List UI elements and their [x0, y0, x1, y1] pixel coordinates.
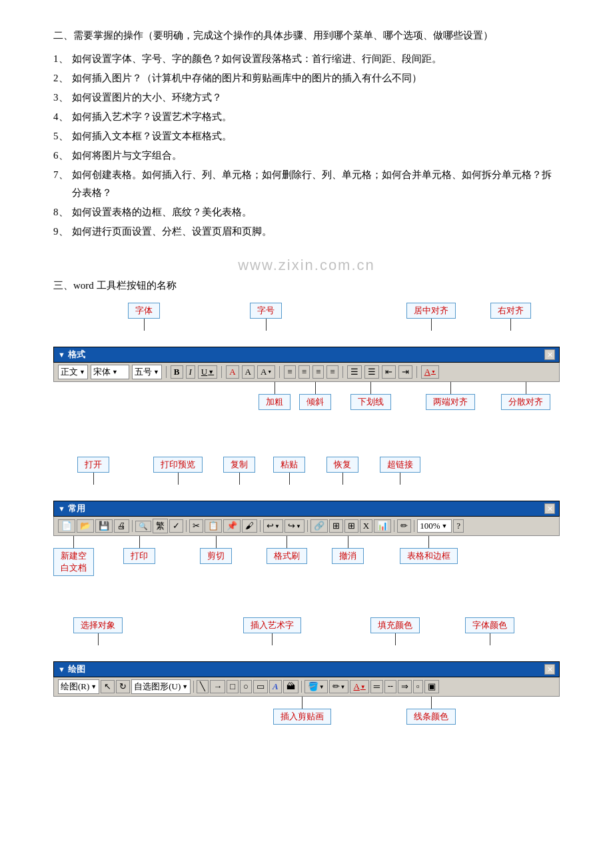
draw-toolbar-diagram: 选择对象 插入艺术字 填充颜色 字体颜色 ▼ 绘图 ✕ 绘图(R) ▼ [53, 617, 560, 747]
close-draw-toolbar[interactable]: ✕ [544, 664, 555, 675]
style-dropdown[interactable]: 正文 ▼ [58, 365, 88, 379]
select-object-button[interactable]: ↖ [101, 680, 115, 693]
linewidth-button[interactable]: ═ [370, 680, 383, 693]
clipart-button[interactable]: 🏔 [283, 680, 299, 693]
table-button[interactable]: ⊞ [329, 519, 343, 533]
draw-toolbar-row: 绘图(R) ▼ ↖ ↻ 自选图形(U) ▼ ╲ → □ ○ ▭ A 🏔 🪣▼ ✏… [53, 677, 560, 697]
spellcheck-button[interactable]: ✓ [169, 519, 183, 533]
rect-button[interactable]: □ [227, 680, 239, 693]
table2-button[interactable]: ⊞ [344, 519, 358, 533]
close-format-toolbar[interactable]: ✕ [544, 349, 555, 360]
ann-biaogekuang: 表格和边框 [400, 548, 458, 564]
ann-chexiao: 撤消 [332, 548, 364, 564]
ann-xinjiankong: 新建空白文档 [53, 548, 94, 576]
draw-toolbar-title-bar: ▼ 绘图 ✕ [53, 661, 560, 677]
format-toolbar-row: 正文 ▼ 宋体 ▼ 五号 ▼ B I U▼ A A A▼ ≡ ≡ ≡ ≡ [53, 363, 560, 382]
font-color-A-button[interactable]: A [226, 365, 239, 379]
textbox-button[interactable]: ▭ [253, 680, 268, 693]
autoshape-dropdown[interactable]: 自选图形(U) ▼ [131, 679, 191, 694]
arrow-button[interactable]: → [210, 680, 225, 693]
line-button[interactable]: ╲ [197, 680, 209, 693]
excel-button[interactable]: X [360, 519, 372, 533]
help-button[interactable]: ? [453, 519, 464, 533]
list-item: 9、 如何进行页面设置、分栏、设置页眉和页脚。 [53, 223, 560, 241]
ann-ziti-color: 字体颜色 [465, 617, 514, 633]
open-button[interactable]: 📂 [77, 519, 94, 533]
section2-title: 二、需要掌握的操作（要明确，完成这个操作的具体步骤、用到哪个菜单、哪个选项、做哪… [53, 27, 560, 45]
hyperlink-button[interactable]: 🔗 [310, 519, 328, 533]
paste-button[interactable]: 📌 [223, 519, 241, 533]
numbering-button[interactable]: ☰ [364, 365, 379, 379]
ann-xiahuaxian: 下划线 [350, 394, 391, 410]
traditional-button[interactable]: 繁 [153, 519, 168, 533]
indent-increase-button[interactable]: ⇥ [398, 365, 412, 379]
fontsize-dropdown[interactable]: 五号 ▼ [132, 365, 162, 379]
font-dropdown[interactable]: 宋体 ▼ [91, 365, 129, 379]
bold-button[interactable]: B [171, 365, 183, 379]
ann-jiapao: 加粗 [259, 394, 291, 410]
italic-button[interactable]: I [186, 365, 195, 379]
ann-qingxie: 倾斜 [299, 394, 331, 410]
wordart-button[interactable]: A [269, 680, 282, 693]
std-toolbar-title-bar: ▼ 常用 ✕ [53, 501, 560, 517]
font-color-A2-button[interactable]: A [242, 365, 255, 379]
format-toolbar-diagram: 字体 字号 居中对齐 右对齐 ▼ 格式 ✕ 正文 ▼ [53, 303, 560, 433]
ann-charu-jiantieh: 插入剪贴画 [273, 709, 331, 725]
print-button2[interactable]: 🖨 [114, 519, 129, 533]
undo-button[interactable]: ↩▼ [263, 519, 283, 533]
section3-title: 三、word 工具栏按钮的名称 [53, 279, 560, 292]
arrowstyle-button[interactable]: ⇒ [398, 680, 412, 693]
formatpainter-button[interactable]: 🖌 [242, 519, 257, 533]
std-toolbar-row: 📄 📂 💾 🖨 🔍 繁 ✓ ✂ 📋 📌 🖌 ↩▼ ↪▼ 🔗 ⊞ ⊞ X 📊 ✏ [53, 517, 560, 536]
new-button[interactable]: 📄 [58, 519, 75, 533]
ann-jianqie: 剪切 [200, 548, 232, 564]
item-list: 1、 如何设置字体、字号、字的颜色？如何设置段落格式：首行缩进、行间距、段间距。… [53, 50, 560, 241]
shadow-button[interactable]: ▫ [413, 680, 423, 693]
indent-decrease-button[interactable]: ⇤ [382, 365, 396, 379]
copy-button[interactable]: 📋 [205, 519, 222, 533]
chart-button[interactable]: 📊 [374, 519, 391, 533]
drawing-button[interactable]: ✏ [397, 519, 411, 533]
3d-button[interactable]: ▣ [424, 680, 439, 693]
std-toolbar-container: ▼ 常用 ✕ 📄 📂 💾 🖨 🔍 繁 ✓ ✂ 📋 📌 🖌 ↩▼ ↪▼ 🔗 ⊞ ⊞ [53, 501, 560, 536]
format-toolbar-title-bar: ▼ 格式 ✕ [53, 347, 560, 363]
list-button[interactable]: ☰ [347, 365, 362, 379]
list-item: 3、 如何设置图片的大小、环绕方式？ [53, 89, 560, 107]
printpreview-button[interactable]: 🔍 [135, 521, 151, 532]
zoom-dropdown[interactable]: 100% ▼ [417, 519, 452, 533]
std-toolbar-diagram: 打开 打印预览 复制 粘贴 恢复 超链接 ▼ [53, 457, 560, 593]
ann-xiantiao: 线条颜色 [406, 709, 456, 725]
watermark: www.zixin.com.cn [53, 257, 560, 274]
cut-button[interactable]: ✂ [189, 519, 203, 533]
align-left-button[interactable]: ≡ [284, 365, 295, 379]
list-item: 4、 如何插入艺术字？设置艺术字格式。 [53, 108, 560, 126]
font-color-draw-button[interactable]: A▼ [350, 680, 368, 693]
list-item: 7、 如何创建表格。如何插入行、列、单元格；如何删除行、列、单元格；如何合并单元… [53, 166, 560, 202]
underline-button[interactable]: U▼ [198, 365, 217, 379]
align-right-button[interactable]: ≡ [312, 365, 324, 379]
align-center-button[interactable]: ≡ [299, 365, 310, 379]
ann-juzhong: 居中对齐 [406, 303, 456, 319]
line-color-button[interactable]: ✏▼ [329, 680, 349, 693]
align-justify-button[interactable]: ≡ [326, 365, 338, 379]
fill-color-button[interactable]: 🪣▼ [305, 680, 328, 693]
list-item: 1、 如何设置字体、字号、字的颜色？如何设置段落格式：首行缩进、行间距、段间距。 [53, 50, 560, 68]
font-color-final-button[interactable]: A▼ [421, 365, 439, 379]
ann-dayinyulan: 打印预览 [153, 457, 203, 473]
format-toolbar-container: ▼ 格式 ✕ 正文 ▼ 宋体 ▼ 五号 ▼ B I U▼ A A A▼ [53, 347, 560, 382]
rotate-button[interactable]: ↻ [116, 680, 130, 693]
ann-zhantie: 粘贴 [273, 457, 305, 473]
draw-menu-dropdown[interactable]: 绘图(R) ▼ [58, 679, 99, 694]
oval-button[interactable]: ○ [240, 680, 252, 693]
font-highlight-button[interactable]: A▼ [257, 365, 275, 379]
ann-fensan: 分散对齐 [501, 394, 550, 410]
dashline-button[interactable]: ╌ [384, 680, 396, 693]
ann-xuanze: 选择对象 [73, 617, 123, 633]
ann-dakai: 打开 [77, 457, 109, 473]
close-std-toolbar[interactable]: ✕ [544, 503, 555, 514]
list-item: 8、 如何设置表格的边框、底纹？美化表格。 [53, 203, 560, 221]
ann-dayin: 打印 [123, 548, 155, 564]
redo-button[interactable]: ↪▼ [285, 519, 305, 533]
ann-huifu: 恢复 [326, 457, 358, 473]
save-button[interactable]: 💾 [95, 519, 113, 533]
